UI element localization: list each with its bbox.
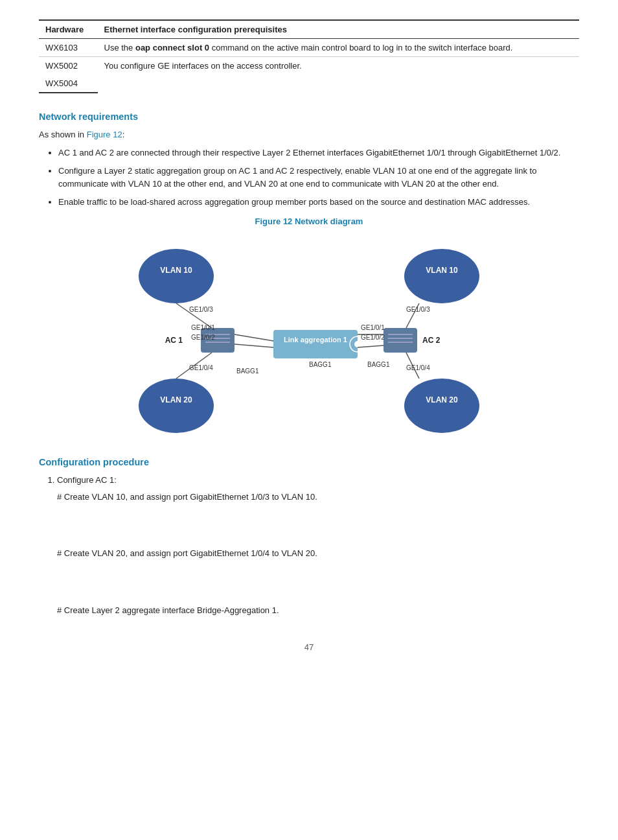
link-agg-label: Link aggregation 1 bbox=[284, 336, 347, 344]
intro-paragraph: As shown in Figure 12: bbox=[39, 128, 579, 141]
link-agg-connector-inner bbox=[354, 341, 361, 347]
list-item: Configure a Layer 2 static aggregation g… bbox=[58, 165, 579, 191]
ge101-left-label: GE1/0/1 bbox=[191, 324, 215, 331]
ac1-to-center-bottom bbox=[235, 344, 273, 347]
figure-caption: Figure 12 Network diagram bbox=[39, 216, 579, 226]
vlan10-right-circle bbox=[404, 249, 479, 303]
bagg1-left-label: BAGG1 bbox=[236, 368, 259, 375]
list-item: AC 1 and AC 2 are connected through thei… bbox=[58, 146, 579, 159]
figure-12-link[interactable]: Figure 12 bbox=[87, 130, 122, 139]
table-row: WX5002 You configure GE interfaces on th… bbox=[39, 57, 579, 75]
config-procedure-heading: Configuration procedure bbox=[39, 457, 579, 467]
list-item: Enable traffic to be load-shared across … bbox=[58, 196, 579, 209]
col-prereq-header: Ethernet interface configuration prerequ… bbox=[98, 20, 579, 39]
bagg1-right-center-label: BAGG1 bbox=[367, 361, 390, 368]
config-procedure-section: Configuration procedure Configure AC 1: … bbox=[39, 457, 579, 616]
vlan10-left-label: VLAN 10 bbox=[160, 266, 192, 275]
vlan20-left-circle bbox=[139, 379, 214, 433]
hardware-table: Hardware Ethernet interface configuratio… bbox=[39, 19, 579, 93]
config-step-1-text: Configure AC 1: bbox=[57, 475, 117, 485]
vlan10-right-label: VLAN 10 bbox=[426, 266, 458, 275]
network-requirements-section: Network requirements As shown in Figure … bbox=[39, 111, 579, 441]
col-hardware-header: Hardware bbox=[39, 20, 98, 39]
hardware-cell: WX6103 bbox=[39, 39, 98, 57]
ac1-to-center-top bbox=[235, 334, 273, 341]
vlan10-left-circle bbox=[139, 249, 214, 303]
config-step-1: Configure AC 1: # Create VLAN 10, and as… bbox=[57, 474, 579, 616]
ge103-left-label: GE1/0/3 bbox=[189, 306, 213, 313]
command-text: oap connect slot 0 bbox=[135, 43, 209, 52]
substep-2: # Create VLAN 20, and assign port Gigabi… bbox=[57, 547, 579, 560]
code-space-2 bbox=[57, 565, 579, 604]
ge102-left-label: GE1/0/2 bbox=[191, 334, 215, 341]
requirements-list: AC 1 and AC 2 are connected through thei… bbox=[58, 146, 579, 209]
link-agg-box bbox=[273, 330, 358, 358]
diagram-svg: VLAN 10 VLAN 20 AC 1 GE1/0/3 GE1/0/1 GE1… bbox=[82, 234, 536, 441]
bagg1-center-label: BAGG1 bbox=[309, 361, 332, 368]
ge104-right-label: GE1/0/4 bbox=[406, 364, 430, 371]
prereq-cell: You configure GE interfaces on the acces… bbox=[98, 57, 579, 93]
substep-1: # Create VLAN 10, and assign port Gigabi… bbox=[57, 491, 579, 504]
ac1-label: AC 1 bbox=[165, 336, 183, 345]
network-diagram: VLAN 10 VLAN 20 AC 1 GE1/0/3 GE1/0/1 GE1… bbox=[39, 234, 579, 441]
vlan20-left-label: VLAN 20 bbox=[160, 395, 192, 404]
ge102-right-label: GE1/0/2 bbox=[361, 334, 385, 341]
vlan20-right-circle bbox=[404, 379, 479, 433]
network-requirements-heading: Network requirements bbox=[39, 111, 579, 122]
center-to-ac2-bottom bbox=[358, 345, 383, 347]
page-number: 47 bbox=[39, 642, 579, 652]
hardware-cell: WX5004 bbox=[39, 75, 98, 93]
ac2-device bbox=[383, 328, 417, 353]
ge104-left-label: GE1/0/4 bbox=[189, 364, 213, 371]
config-steps-list: Configure AC 1: # Create VLAN 10, and as… bbox=[57, 474, 579, 616]
ge101-right-label: GE1/0/1 bbox=[361, 324, 385, 331]
ge103-right-label: GE1/0/3 bbox=[406, 306, 430, 313]
vlan20-right-label: VLAN 20 bbox=[426, 395, 458, 404]
substep-3: # Create Layer 2 aggregate interface Bri… bbox=[57, 604, 579, 617]
ac2-label: AC 2 bbox=[422, 336, 441, 345]
table-row: WX6103 Use the oap connect slot 0 comman… bbox=[39, 39, 579, 57]
prereq-cell: Use the oap connect slot 0 command on th… bbox=[98, 39, 579, 57]
hardware-cell: WX5002 bbox=[39, 57, 98, 75]
code-space-1 bbox=[57, 508, 579, 547]
